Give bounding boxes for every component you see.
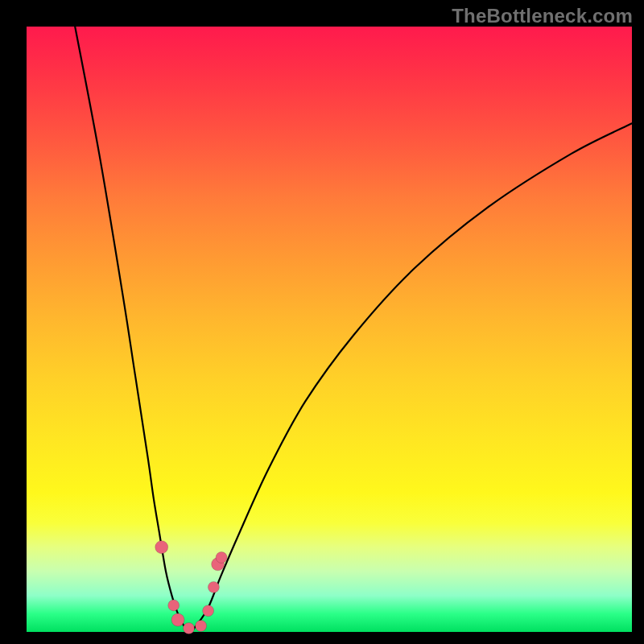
watermark-text: TheBottleneck.com	[452, 5, 633, 27]
marker-dot	[196, 621, 207, 632]
bottleneck-curve-right	[190, 123, 632, 632]
curve-group	[75, 27, 632, 632]
marker-dot	[208, 581, 219, 592]
marker-dot	[184, 623, 195, 634]
marker-dot	[155, 541, 168, 554]
outer-frame: TheBottleneck.com	[0, 0, 644, 644]
data-markers	[155, 541, 227, 634]
chart-svg	[27, 27, 632, 632]
marker-dot	[203, 605, 214, 617]
marker-dot	[171, 613, 184, 626]
marker-dot	[168, 600, 180, 611]
marker-dot	[216, 552, 227, 564]
bottleneck-curve-left	[75, 27, 190, 632]
